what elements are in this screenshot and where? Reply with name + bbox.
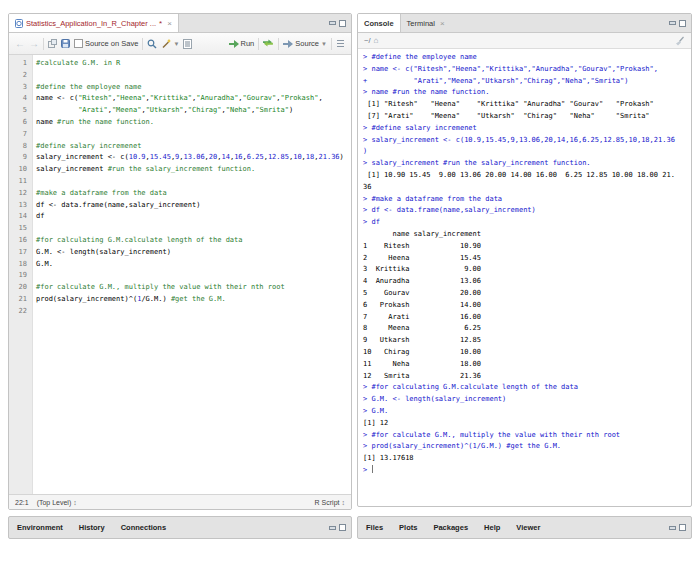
- minimize-pane-icon[interactable]: [669, 526, 676, 530]
- cursor-position: 22:1: [15, 499, 29, 506]
- bottom-right-tabs: FilesPlotsPackagesHelpViewer: [358, 517, 548, 538]
- code-line[interactable]: 15: [9, 223, 351, 235]
- console-input-line: > #make a dataframe from the data: [363, 194, 686, 206]
- console-output-line: [7] "Arati" "Meena" "Utkarsh" "Chirag" "…: [363, 111, 686, 123]
- line-number: 20: [9, 282, 36, 294]
- r-script-file-icon: [15, 19, 23, 28]
- rerun-icon[interactable]: [263, 39, 274, 48]
- code-line[interactable]: 6name #run the name function.: [9, 117, 351, 129]
- code-line[interactable]: 21prod(salary_increment)^(1/G.M.) #get t…: [9, 294, 351, 306]
- console-output-line: [1] "Ritesh" "Heena" "Krittika" "Anuradh…: [363, 99, 686, 111]
- scope-label: (Top Level): [37, 499, 72, 506]
- code-line[interactable]: 11: [9, 176, 351, 188]
- close-terminal-icon[interactable]: ×: [440, 19, 445, 28]
- find-replace-icon[interactable]: [147, 39, 157, 49]
- code-line[interactable]: 9salary_increment <- c(10.9,15.45,9,13.0…: [9, 152, 351, 164]
- open-in-new-window-icon[interactable]: [48, 39, 57, 48]
- line-number: 22: [9, 306, 36, 318]
- doc-type-selector[interactable]: R Script ↕: [315, 499, 345, 506]
- code-editor[interactable]: 1#calculate G.M. in R23#define the emplo…: [9, 55, 351, 500]
- run-button[interactable]: Run: [229, 39, 255, 48]
- code-line[interactable]: 16#for calculating G.M.calculate length …: [9, 235, 351, 247]
- code-line[interactable]: 19: [9, 270, 351, 282]
- console-output-line: 12 Smrita 21.36: [363, 371, 686, 383]
- source-label: Source: [295, 39, 319, 48]
- source-on-save-checkbox[interactable]: [74, 39, 83, 48]
- console-input-line: > #for calculate G.M., multiply the valu…: [363, 430, 686, 442]
- editor-statusbar: 22:1 (Top Level) ↕ R Script ↕: [9, 494, 351, 509]
- console-output-line: 4 Anuradha 13.06: [363, 276, 686, 288]
- code-tools-button[interactable]: ▼: [161, 39, 179, 49]
- editor-toolbar-right: Run Source ▼: [229, 38, 345, 50]
- toolbar-separator: [278, 38, 279, 50]
- tab-history[interactable]: History: [71, 517, 113, 538]
- console-output-line: 10 Chirag 10.00: [363, 347, 686, 359]
- code-line[interactable]: 12#make a dataframe from the data: [9, 188, 351, 200]
- toolbar-separator: [258, 38, 259, 50]
- code-line[interactable]: 2: [9, 70, 351, 82]
- line-number: 19: [9, 270, 36, 282]
- forward-arrow-icon[interactable]: →: [29, 39, 39, 49]
- console-input-line: > name #run the name function.: [363, 87, 686, 99]
- tab-packages[interactable]: Packages: [425, 517, 476, 538]
- code-line[interactable]: 1#calculate G.M. in R: [9, 58, 351, 70]
- scope-updown-icon: ↕: [73, 499, 77, 506]
- code-line[interactable]: 5 "Arati","Meena","Utkarsh","Chirag","Ne…: [9, 105, 351, 117]
- source-button[interactable]: Source ▼: [283, 39, 327, 48]
- line-number: 10: [9, 164, 36, 176]
- console-output-line: 3 Krittika 9.00: [363, 264, 686, 276]
- toolbar-separator: [142, 38, 143, 50]
- working-directory[interactable]: ~/: [364, 36, 370, 45]
- maximize-pane-icon[interactable]: [339, 524, 346, 531]
- code-line[interactable]: 20#for calculate G.M., multiply the valu…: [9, 282, 351, 294]
- code-line[interactable]: 3#define the employee name: [9, 82, 351, 94]
- line-number: 16: [9, 235, 36, 247]
- chevron-down-icon: ▼: [321, 41, 327, 47]
- close-tab-icon[interactable]: ×: [167, 19, 172, 28]
- console-input-line: > salary_increment <- c(10.9,15.45,9,13.…: [363, 135, 686, 147]
- maximize-pane-icon[interactable]: [339, 20, 346, 27]
- tab-plots[interactable]: Plots: [391, 517, 425, 538]
- line-number: 7: [9, 129, 36, 141]
- scope-selector[interactable]: (Top Level) ↕: [37, 499, 77, 506]
- code-line[interactable]: 7: [9, 129, 351, 141]
- minimize-pane-icon[interactable]: [329, 21, 336, 25]
- maximize-pane-icon[interactable]: [679, 524, 686, 531]
- code-line[interactable]: 13df <- data.frame(name,salary_increment…: [9, 200, 351, 212]
- code-line[interactable]: 17G.M. <- length(salary_increment): [9, 247, 351, 259]
- tab-help[interactable]: Help: [476, 517, 508, 538]
- document-outline-icon[interactable]: [336, 39, 345, 48]
- code-line[interactable]: 14df: [9, 211, 351, 223]
- console-tabbar: Console Terminal ×: [358, 14, 691, 33]
- code-line[interactable]: 18G.M.: [9, 259, 351, 271]
- tab-environment[interactable]: Environment: [9, 517, 71, 538]
- editor-tab-script[interactable]: Statistics_Application_In_R_Chapter ... …: [9, 14, 179, 32]
- minimize-pane-icon[interactable]: [329, 526, 336, 530]
- back-arrow-icon[interactable]: ←: [15, 39, 25, 49]
- run-label: Run: [241, 39, 255, 48]
- console-output[interactable]: > #define the employee name> name <- c("…: [358, 49, 691, 495]
- compile-report-icon[interactable]: [183, 39, 192, 49]
- line-number: 5: [9, 105, 36, 117]
- console-output-line: 1 Ritesh 10.90: [363, 241, 686, 253]
- tab-viewer[interactable]: Viewer: [508, 517, 548, 538]
- environment-pane-tabbar: EnvironmentHistoryConnections: [8, 516, 352, 539]
- source-on-save-toggle[interactable]: Source on Save: [74, 39, 138, 48]
- console-input-line: > #define the employee name: [363, 52, 686, 64]
- tab-connections[interactable]: Connections: [113, 517, 174, 538]
- code-line[interactable]: 22: [9, 306, 351, 318]
- line-number: 6: [9, 117, 36, 129]
- maximize-pane-icon[interactable]: [679, 20, 686, 27]
- save-icon[interactable]: [61, 39, 70, 48]
- clear-console-button[interactable]: [675, 36, 685, 46]
- console-window-buttons: [669, 14, 691, 32]
- files-window-buttons: [669, 524, 691, 531]
- code-line[interactable]: 8#define salary incremenet: [9, 141, 351, 153]
- code-line[interactable]: 10salary_increment #run the salary_incre…: [9, 164, 351, 176]
- code-line[interactable]: 4name <- c("Ritesh","Heena","Krittika","…: [9, 93, 351, 105]
- minimize-pane-icon[interactable]: [669, 21, 676, 25]
- tab-terminal[interactable]: Terminal ×: [401, 14, 451, 32]
- tab-files[interactable]: Files: [358, 517, 391, 538]
- tab-console[interactable]: Console: [358, 14, 401, 32]
- environment-window-buttons: [329, 524, 351, 531]
